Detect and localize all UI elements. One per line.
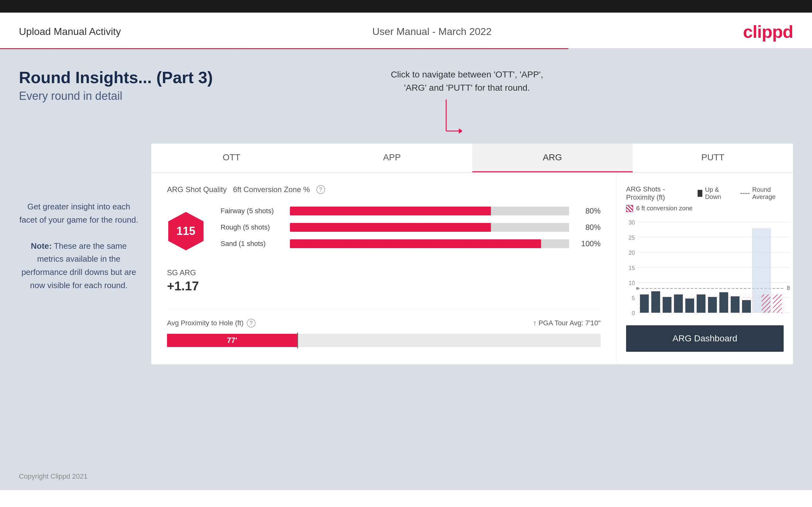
left-panel: ARG Shot Quality 6ft Conversion Zone % ?… bbox=[151, 173, 617, 364]
svg-rect-27 bbox=[685, 298, 694, 313]
fairway-label: Fairway (5 shots) bbox=[220, 207, 284, 215]
rough-pct: 80% bbox=[575, 223, 601, 232]
legend-square-icon bbox=[698, 190, 703, 197]
upload-title: Upload Manual Activity bbox=[19, 26, 121, 38]
svg-rect-29 bbox=[708, 297, 717, 313]
fairway-pct: 80% bbox=[575, 207, 601, 215]
shot-bars: Fairway (5 shots) 80% Rough (5 shots) bbox=[220, 207, 601, 256]
pga-avg: ↑ PGA Tour Avg: 7'10" bbox=[533, 319, 601, 327]
svg-text:30: 30 bbox=[628, 220, 635, 226]
proximity-bar-container: 77' bbox=[167, 334, 601, 347]
proximity-header: Avg Proximity to Hole (ft) ? ↑ PGA Tour … bbox=[167, 319, 601, 328]
main-content: Round Insights... (Part 3) Every round i… bbox=[0, 49, 812, 490]
svg-rect-25 bbox=[663, 297, 671, 313]
chart-area: 0 5 10 15 20 25 30 bbox=[626, 218, 783, 319]
help-icon[interactable]: ? bbox=[316, 185, 325, 194]
proximity-help-icon[interactable]: ? bbox=[247, 319, 256, 328]
proximity-bar-fill: 77' bbox=[167, 334, 297, 347]
arg-shot-quality-label: ARG Shot Quality bbox=[167, 185, 226, 194]
hexagon-score: 115 bbox=[176, 225, 195, 238]
main-card: OTT APP ARG PUTT ARG Shot Quality 6ft Co… bbox=[151, 144, 793, 364]
svg-text:15: 15 bbox=[628, 265, 635, 271]
right-panel: ARG Shots - Proximity (ft) Up & Down Rou… bbox=[617, 173, 793, 364]
legend-up-down: Up & Down bbox=[698, 186, 728, 201]
tab-arg[interactable]: ARG bbox=[472, 144, 633, 172]
svg-rect-28 bbox=[697, 294, 706, 313]
chart-title: ARG Shots - Proximity (ft) bbox=[626, 185, 685, 202]
svg-text:25: 25 bbox=[628, 235, 635, 241]
svg-rect-32 bbox=[742, 300, 751, 313]
svg-marker-2 bbox=[459, 128, 462, 133]
tab-bar: OTT APP ARG PUTT bbox=[151, 144, 793, 173]
svg-rect-33 bbox=[762, 294, 770, 313]
rough-bar-fill bbox=[290, 223, 491, 232]
chart-header: ARG Shots - Proximity (ft) Up & Down Rou… bbox=[626, 185, 783, 202]
chart-svg: 0 5 10 15 20 25 30 bbox=[626, 218, 796, 319]
svg-text:8: 8 bbox=[787, 285, 790, 291]
proximity-section: Avg Proximity to Hole (ft) ? ↑ PGA Tour … bbox=[167, 309, 601, 347]
header-center-title: User Manual - March 2022 bbox=[372, 26, 492, 38]
tab-app[interactable]: APP bbox=[312, 144, 472, 172]
header: Upload Manual Activity User Manual - Mar… bbox=[0, 13, 812, 48]
nav-hint: Click to navigate between 'OTT', 'APP','… bbox=[391, 68, 543, 95]
panel-header: ARG Shot Quality 6ft Conversion Zone % ? bbox=[167, 185, 601, 194]
svg-rect-31 bbox=[731, 296, 740, 313]
rough-bar-container bbox=[290, 223, 569, 232]
svg-rect-34 bbox=[773, 294, 782, 313]
tab-ott[interactable]: OTT bbox=[151, 144, 312, 172]
legend-dashed-icon bbox=[741, 193, 750, 194]
hexagon-container: 115 bbox=[167, 211, 205, 251]
svg-text:0: 0 bbox=[632, 310, 635, 317]
sg-value: +1.17 bbox=[167, 279, 601, 293]
proximity-title: Avg Proximity to Hole (ft) ? bbox=[167, 319, 256, 328]
sand-bar-fill bbox=[290, 239, 541, 248]
svg-rect-26 bbox=[674, 294, 683, 313]
legend-round-avg: Round Average bbox=[741, 186, 783, 201]
proximity-cursor bbox=[297, 333, 298, 348]
arg-dashboard-button[interactable]: ARG Dashboard bbox=[626, 325, 783, 352]
top-bar bbox=[0, 0, 812, 13]
card-body: ARG Shot Quality 6ft Conversion Zone % ?… bbox=[151, 173, 793, 364]
header-left: Upload Manual Activity bbox=[19, 26, 121, 38]
svg-rect-20 bbox=[636, 287, 639, 290]
left-description: Get greater insight into each facet of y… bbox=[19, 200, 139, 292]
shot-row-rough: Rough (5 shots) 80% bbox=[220, 223, 601, 232]
sand-label: Sand (1 shots) bbox=[220, 240, 284, 248]
sand-pct: 100% bbox=[575, 239, 601, 248]
sg-section: SG ARG +1.17 bbox=[167, 268, 601, 293]
svg-text:20: 20 bbox=[628, 250, 635, 256]
svg-rect-30 bbox=[719, 292, 728, 313]
fairway-bar-fill bbox=[290, 207, 491, 215]
conversion-label: 6ft Conversion Zone % bbox=[233, 185, 310, 194]
rough-label: Rough (5 shots) bbox=[220, 223, 284, 231]
fairway-bar-container bbox=[290, 207, 569, 215]
svg-text:5: 5 bbox=[632, 295, 635, 301]
clippd-logo: clippd bbox=[743, 21, 793, 42]
svg-rect-23 bbox=[640, 294, 649, 313]
shot-row-sand: Sand (1 shots) 100% bbox=[220, 239, 601, 248]
svg-text:10: 10 bbox=[628, 280, 635, 286]
sg-label: SG ARG bbox=[167, 268, 601, 277]
legend-conversion-label: 6 ft conversion zone bbox=[636, 205, 693, 212]
shot-row-fairway: Fairway (5 shots) 80% bbox=[220, 207, 601, 215]
legend-conversion-row: 6 ft conversion zone bbox=[626, 205, 783, 212]
sand-bar-container bbox=[290, 239, 569, 248]
proximity-value: 77' bbox=[227, 336, 237, 345]
copyright: Copyright Clippd 2021 bbox=[19, 472, 88, 481]
legend-shaded-icon bbox=[626, 205, 633, 212]
score-row: 115 Fairway (5 shots) 80% Rough (5 sho bbox=[167, 207, 601, 256]
svg-rect-24 bbox=[651, 291, 660, 313]
tab-putt[interactable]: PUTT bbox=[633, 144, 793, 172]
